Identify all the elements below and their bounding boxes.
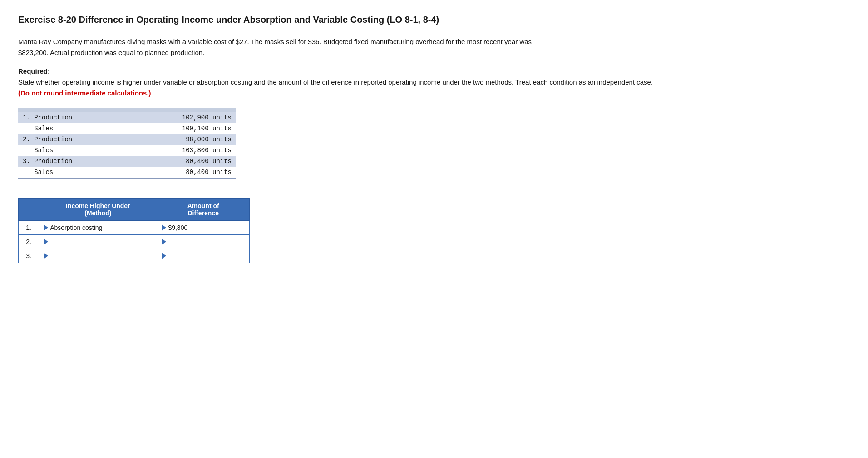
answers-row-3-case: 3. [19,249,39,263]
row-3-method-indicator [44,253,48,259]
case-2-prod-value: 98,000 units [139,134,236,145]
case-1-sales-label: Sales [18,123,139,134]
answers-row-3-amount[interactable] [157,249,250,263]
case-3-sales-label: Sales [18,167,139,178]
table-row: Sales 80,400 units [18,167,236,178]
answers-row-2-amount[interactable] [157,235,250,249]
production-data-wrapper: 1. Production 102,900 units Sales 100,10… [18,108,236,179]
required-label: Required: [18,67,850,75]
answers-row-3: 3. [19,249,250,263]
required-section: Required: State whether operating income… [18,67,850,99]
answers-method-header: Income Higher Under(Method) [39,199,157,221]
answers-row-2-method[interactable] [39,235,157,249]
answers-table: Income Higher Under(Method) Amount ofDif… [18,198,250,263]
case-3-prod-value: 80,400 units [139,156,236,167]
answers-row-1-case: 1. [19,221,39,235]
required-text-main: State whether operating income is higher… [18,78,653,86]
answers-row-2-case: 2. [19,235,39,249]
page-title: Exercise 8-20 Difference in Operating In… [18,14,850,25]
row-2-amount-indicator [162,239,166,245]
answers-table-wrapper: Income Higher Under(Method) Amount ofDif… [18,198,250,263]
table-row: 3. Production 80,400 units [18,156,236,167]
answers-header-row: Income Higher Under(Method) Amount ofDif… [19,199,250,221]
answers-row-3-method[interactable] [39,249,157,263]
case-1-prod-value: 102,900 units [139,112,236,123]
required-highlight: (Do not round intermediate calculations.… [18,89,151,97]
table-row: 2. Production 98,000 units [18,134,236,145]
case-2-sales-label: Sales [18,145,139,156]
production-table: 1. Production 102,900 units Sales 100,10… [18,108,236,179]
row-1-method-value: Absorption costing [50,224,102,231]
answers-row-1-method[interactable]: Absorption costing [39,221,157,235]
row-1-method-indicator [44,224,48,231]
row-1-amount-indicator [162,224,166,231]
case-3-prod-label: 3. Production [18,156,139,167]
row-1-dollar: $ [168,224,172,231]
answers-row-1: 1. Absorption costing $ 9,800 [19,221,250,235]
row-2-method-indicator [44,239,48,245]
table-row: 1. Production 102,900 units [18,112,236,123]
table-row: Sales 100,100 units [18,123,236,134]
case-3-sales-value: 80,400 units [139,167,236,178]
required-text: State whether operating income is higher… [18,77,654,99]
answers-row-2: 2. [19,235,250,249]
case-1-sales-value: 100,100 units [139,123,236,134]
case-1-prod-label: 1. Production [18,112,139,123]
table-row: Sales 103,800 units [18,145,236,156]
table-header-spacer [18,108,236,112]
answers-col0-header [19,199,39,221]
description-text: Manta Ray Company manufactures diving ma… [18,36,563,58]
case-2-sales-value: 103,800 units [139,145,236,156]
case-2-prod-label: 2. Production [18,134,139,145]
row-3-amount-indicator [162,253,166,259]
answers-row-1-amount[interactable]: $ 9,800 [157,221,250,235]
row-1-amount-value: 9,800 [172,224,187,231]
answers-amount-header: Amount ofDifference [157,199,250,221]
